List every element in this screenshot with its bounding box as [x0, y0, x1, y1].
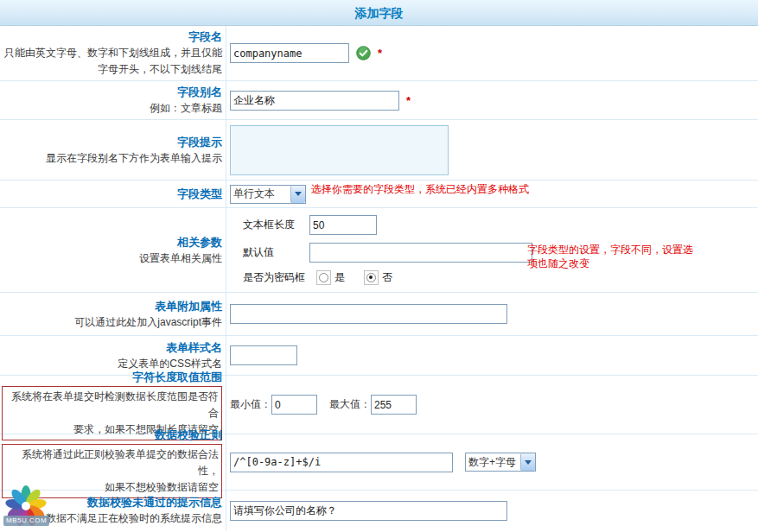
- regex-preset-selected-value: 数字+字母: [466, 455, 520, 470]
- password-no-label: 否: [382, 270, 392, 285]
- field-alias-label: 字段别名: [0, 84, 222, 100]
- password-no-radio[interactable]: [364, 270, 379, 285]
- row-field-type: 字段类型 单行文本 选择你需要的字段类型，系统已经内置多种格式: [0, 180, 758, 208]
- form-attr-desc: 可以通过此处加入javascript事件: [0, 314, 222, 331]
- field-name-desc-line2: 字母开头，不以下划线结尾: [0, 61, 222, 78]
- row-field-name: 字段名 只能由英文字母、数字和下划线组成，并且仅能 字母开头，不以下划线结尾 *: [0, 26, 758, 81]
- regex-desc-line1: 系统将通过此正则校验表单提交的数据合法性，: [5, 446, 219, 479]
- field-name-input[interactable]: [230, 43, 349, 63]
- row-regex: 数据校验正则 系统将通过此正则校验表单提交的数据合法性， 如果不想校验数据请留空…: [0, 434, 758, 491]
- field-tip-desc: 显示在字段别名下方作为表单输入提示: [0, 150, 222, 167]
- watermark: MB5U.COM: [3, 484, 52, 530]
- regex-input[interactable]: [230, 453, 453, 472]
- default-value-input[interactable]: [309, 243, 532, 263]
- length-range-label: 字符长度取值范围: [0, 369, 222, 385]
- form-attr-input[interactable]: [230, 304, 507, 324]
- error-msg-input[interactable]: [230, 501, 507, 521]
- row-field-tip: 字段提示 显示在字段别名下方作为表单输入提示: [0, 120, 758, 180]
- length-range-desc-line1: 系统将在表单提交时检测数据长度范围是否符合: [5, 389, 219, 421]
- field-type-label: 字段类型: [0, 186, 222, 202]
- max-value-label: 最大值：: [329, 397, 371, 412]
- password-toggle-label: 是否为密码框: [243, 270, 309, 285]
- password-yes-radio[interactable]: [316, 270, 331, 285]
- min-value-input[interactable]: [271, 395, 317, 415]
- field-name-label: 字段名: [0, 28, 222, 45]
- watermark-text: MB5U.COM: [3, 516, 49, 526]
- regex-label: 数据校验正则: [0, 427, 222, 443]
- page-title: 添加字段: [0, 0, 758, 26]
- max-value-input[interactable]: [371, 395, 417, 415]
- row-field-alias: 字段别名 例如：文章标题 *: [0, 81, 758, 120]
- min-value-label: 最小值：: [230, 397, 271, 412]
- chevron-down-icon: [520, 453, 535, 471]
- required-asterisk: *: [406, 94, 411, 107]
- row-form-attr: 表单附加属性 可以通过此处加入javascript事件: [0, 293, 758, 336]
- params-desc: 设置表单相关属性: [0, 250, 222, 267]
- field-tip-label: 字段提示: [0, 134, 222, 150]
- textbox-length-input[interactable]: [309, 215, 377, 235]
- field-alias-desc: 例如：文章标题: [0, 100, 222, 117]
- params-note: 字段类型的设置，字段不同，设置选项也随之改变: [527, 243, 700, 270]
- field-tip-textarea[interactable]: [230, 125, 449, 175]
- chevron-down-icon: [290, 186, 305, 203]
- field-type-select[interactable]: 单行文本: [230, 185, 306, 204]
- valid-check-icon: [356, 46, 371, 60]
- form-attr-label: 表单附加属性: [0, 298, 222, 314]
- password-yes-label: 是: [334, 270, 345, 285]
- default-value-label: 默认值: [243, 245, 309, 260]
- field-type-selected-value: 单行文本: [231, 187, 290, 201]
- row-error-msg: 数据校验未通过的提示信息 当表单数据不满足正在校验时的系统提示信息: [0, 491, 758, 530]
- required-asterisk: *: [378, 47, 382, 60]
- regex-preset-select[interactable]: 数字+字母: [465, 453, 536, 472]
- field-alias-input[interactable]: [230, 91, 399, 111]
- textbox-length-label: 文本框长度: [243, 218, 309, 232]
- field-name-desc-line1: 只能由英文字母、数字和下划线组成，并且仅能: [0, 45, 222, 61]
- params-label: 相关参数: [0, 234, 222, 250]
- form-css-label: 表单样式名: [0, 339, 222, 356]
- row-params: 相关参数 设置表单相关属性 文本框长度 默认值 是否为密码框 是 否 字段类型的…: [0, 208, 758, 293]
- field-type-hint: 选择你需要的字段类型，系统已经内置多种格式: [311, 182, 529, 196]
- form-css-input[interactable]: [230, 345, 297, 365]
